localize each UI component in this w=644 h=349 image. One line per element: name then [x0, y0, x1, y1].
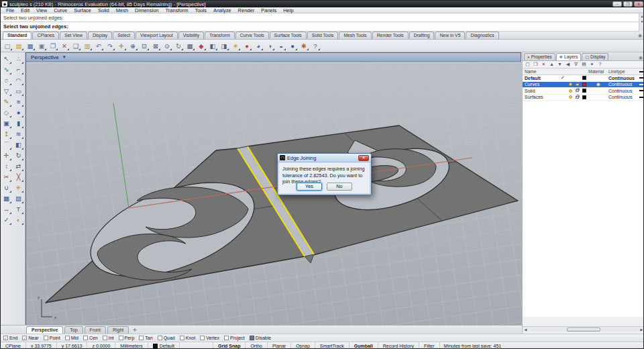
menu-item[interactable]: View — [33, 7, 50, 13]
layer-row[interactable]: Surfaces Continuous — [523, 95, 644, 101]
status-toggle[interactable]: Planar — [268, 342, 291, 349]
status-toggle[interactable]: Ortho — [246, 342, 268, 349]
yes-button[interactable]: Yes — [297, 183, 322, 191]
move-icon[interactable]: ✛ — [1, 150, 12, 161]
extrude-icon[interactable]: ↥ — [1, 129, 12, 140]
layer-color-swatch[interactable] — [580, 95, 588, 99]
status-cell[interactable]: z 0.0000 — [87, 342, 115, 349]
viewport-tab[interactable]: Front — [85, 326, 106, 334]
toolbar-tab[interactable]: Diagnostics — [466, 32, 498, 39]
osnap-option[interactable]: Int — [103, 336, 114, 340]
layer-row[interactable]: Curves Continuous — [523, 82, 644, 89]
polygon-icon[interactable]: ▽ — [1, 86, 12, 97]
restore-button[interactable]: ❐ — [623, 1, 633, 7]
osnap-option[interactable]: Project — [224, 336, 245, 340]
explode-icon[interactable]: ✳ — [13, 183, 24, 193]
freeform-curve-icon[interactable]: ✎ — [1, 97, 12, 107]
toolbar-tab[interactable]: Mesh Tools — [339, 32, 371, 39]
surface-icon[interactable]: ◇ — [1, 107, 12, 118]
xray-display-icon[interactable]: ◒ — [276, 41, 286, 51]
menu-item[interactable]: Dimension — [131, 7, 162, 13]
arc-icon[interactable]: ◠ — [13, 75, 24, 86]
dimension-icon[interactable]: ↔ — [1, 204, 12, 215]
scroll-up-icon[interactable]: ▲ — [639, 13, 644, 19]
viewport-nav-icon[interactable]: ✛ — [130, 327, 140, 334]
duplicate-icon[interactable]: ❏ — [70, 41, 81, 51]
toolbar-tab[interactable]: Drafting — [409, 32, 435, 39]
match-layer-icon[interactable]: ◀ — [564, 61, 572, 68]
toolbar-tab[interactable]: Viewport Layout — [136, 32, 178, 39]
trim-icon[interactable]: ✂ — [1, 172, 12, 183]
layer-row[interactable]: Solid Continuous — [523, 88, 644, 95]
scroll-right-icon[interactable]: ▶ — [639, 328, 644, 332]
dialog-close-icon[interactable]: ✕ — [358, 155, 369, 161]
status-cell[interactable]: y 17.6613 — [57, 342, 88, 349]
toolbar-tab[interactable]: Standard — [3, 32, 32, 39]
toolbar-tab[interactable]: Transform — [205, 32, 235, 39]
array-icon[interactable]: ▦ — [1, 193, 12, 204]
layer-name[interactable]: Default — [523, 76, 559, 81]
osnap-option[interactable]: Quad — [158, 336, 175, 340]
shaded-display-icon[interactable]: ● — [241, 41, 252, 51]
split-icon[interactable]: ╳ — [13, 172, 24, 183]
menu-item[interactable]: Tools — [191, 7, 210, 13]
layer-help-icon[interactable]: ? — [596, 61, 604, 68]
no-button[interactable]: No — [327, 183, 352, 191]
menu-item[interactable]: File — [3, 7, 17, 13]
status-toggle[interactable]: Filter — [419, 342, 440, 349]
viewport-title[interactable]: Perspective — [31, 54, 59, 60]
tab-options-icon[interactable]: ◉ — [638, 32, 642, 39]
dialog-title-bar[interactable]: ◠ Edge Joining ✕ — [278, 154, 371, 162]
open-file-icon[interactable]: ▤ — [13, 41, 24, 51]
undo-icon[interactable]: ↶ — [93, 41, 104, 51]
zoom-window-icon[interactable]: ⊡ — [139, 41, 150, 51]
render-preview-icon[interactable]: ◐ — [13, 215, 24, 226]
menu-item[interactable]: Transform — [162, 7, 192, 13]
menu-item[interactable]: Analyze — [210, 7, 235, 13]
new-file-icon[interactable]: ▢ — [2, 41, 13, 51]
rectangle-icon[interactable]: ▭ — [13, 86, 24, 97]
osnap-checkbox[interactable] — [224, 336, 229, 340]
scrollbar-thumb[interactable] — [567, 328, 600, 332]
status-toggle[interactable]: Osnap — [291, 342, 315, 349]
column-material[interactable]: Material — [588, 69, 608, 74]
layer-color-swatch[interactable] — [580, 83, 588, 87]
command-scrollbar[interactable]: ▲ ▼ — [639, 13, 644, 32]
sphere-icon[interactable]: ● — [13, 107, 24, 118]
hide-objects-icon[interactable]: ◧ — [207, 41, 218, 51]
toolbar-tab[interactable]: Curve Tools — [235, 32, 269, 39]
lights-icon[interactable]: ☀ — [230, 41, 241, 51]
layer-linetype[interactable]: Continuous — [608, 82, 639, 87]
layer-linetype[interactable]: Continuous — [608, 76, 639, 81]
layers-horizontal-scrollbar[interactable]: ◀ ▶ — [523, 326, 644, 332]
toolbar-tab[interactable]: Solid Tools — [307, 32, 339, 39]
osnap-option[interactable]: Mid — [65, 336, 78, 340]
object-properties-icon[interactable]: ◆ — [196, 41, 207, 51]
layer-table-icon[interactable]: ▦ — [184, 41, 195, 51]
new-sublayer-icon[interactable]: ❐ — [532, 61, 539, 68]
menu-item[interactable]: Surface — [70, 7, 95, 13]
print-icon[interactable]: ▣ — [36, 41, 47, 51]
osnap-checkbox[interactable] — [180, 336, 184, 340]
layer-name[interactable]: Solid — [523, 89, 559, 93]
scale-icon[interactable]: ↕ — [1, 161, 12, 172]
status-toggle[interactable]: Gumball — [350, 342, 378, 349]
lock-objects-icon[interactable]: ◨ — [219, 41, 229, 51]
osnap-checkbox[interactable] — [139, 336, 144, 340]
layer-visibility-bulb-icon[interactable] — [567, 89, 574, 93]
osnap-option[interactable]: Tan — [139, 336, 152, 340]
menu-item[interactable]: Solid — [95, 7, 113, 13]
panel-options-icon[interactable]: ◉ — [639, 55, 643, 60]
paste-icon[interactable]: ▥ — [82, 41, 93, 51]
toolbar-tab[interactable]: Select — [113, 32, 135, 39]
perspective-viewport[interactable]: Perspective ▼ — [25, 52, 521, 325]
viewport-tab[interactable]: Top — [64, 326, 83, 334]
layer-color-swatch[interactable] — [580, 76, 588, 80]
toolbar-tab[interactable]: Set View — [60, 32, 87, 39]
points-icon[interactable]: ∴ — [13, 54, 24, 64]
menu-item[interactable]: Mesh — [113, 7, 131, 13]
status-cell[interactable]: CPlane — [1, 342, 26, 349]
osnap-option[interactable]: Perp — [119, 336, 135, 340]
rendered-display-icon[interactable]: ◕ — [253, 41, 264, 51]
column-linetype[interactable]: Linetype — [608, 69, 639, 74]
